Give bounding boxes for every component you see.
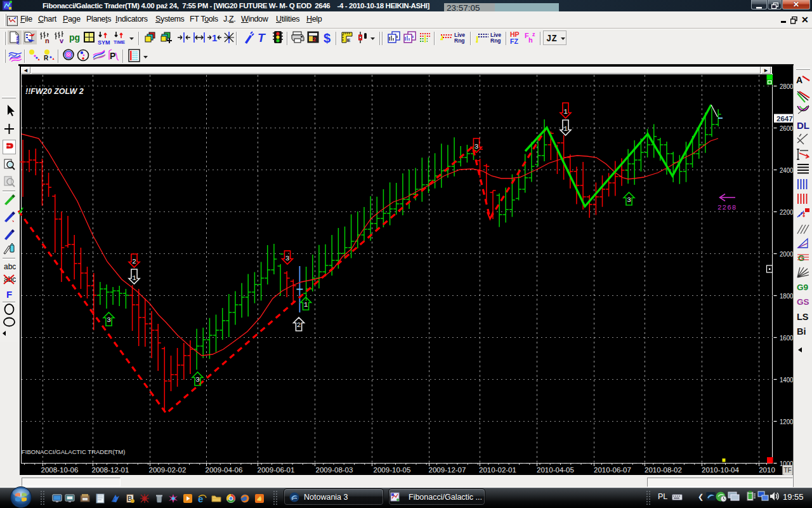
svg-text:1: 1 [304,301,308,309]
svg-text:2010-08-02: 2010-08-02 [645,466,682,474]
svg-text:2010-10-04: 2010-10-04 [702,466,739,474]
svg-text:1: 1 [563,108,568,116]
svg-text:2600: 2600 [780,124,794,132]
svg-text:1: 1 [132,274,136,282]
svg-text:3: 3 [285,255,290,262]
svg-text:2: 2 [132,258,136,265]
svg-text:3: 3 [627,196,631,204]
svg-text:2800: 2800 [780,83,794,90]
svg-text:2009-08-03: 2009-08-03 [316,466,353,474]
svg-text:3: 3 [475,143,479,150]
svg-text:GS: GS [797,297,809,307]
svg-text:2009-10-05: 2009-10-05 [374,466,411,474]
svg-text:2009-04-06: 2009-04-06 [206,466,243,474]
svg-text:1800: 1800 [780,292,794,300]
svg-text:2000: 2000 [780,250,794,258]
svg-text:2: 2 [297,321,301,329]
svg-text:2200: 2200 [780,208,794,216]
svg-text:2009-02-02: 2009-02-02 [149,466,187,474]
svg-text:2008-10-06: 2008-10-06 [41,466,79,474]
svg-text:3: 3 [195,376,200,384]
svg-text:!!FW20 ZOLW 2: !!FW20 ZOLW 2 [25,87,84,96]
svg-text:2010-04-05: 2010-04-05 [537,466,574,474]
svg-text:A: A [796,75,802,85]
svg-text:1600: 1600 [780,334,794,342]
svg-text:2008-12-01: 2008-12-01 [92,466,129,474]
svg-text:1400: 1400 [780,376,794,384]
svg-text:2010-06-07: 2010-06-07 [594,466,631,474]
svg-text:3: 3 [107,316,111,324]
svg-text:2010: 2010 [759,466,775,474]
svg-text:2268: 2268 [717,204,737,211]
svg-text:G9: G9 [797,283,808,292]
svg-text:2009-12-07: 2009-12-07 [429,466,466,474]
svg-text:FIBONACCI/GALACTIC TRADER(TM): FIBONACCI/GALACTIC TRADER(TM) [22,448,125,455]
svg-text:1: 1 [563,125,568,133]
svg-text:TF: TF [783,467,791,474]
svg-text:1200: 1200 [780,418,794,425]
svg-text:2009-06-01: 2009-06-01 [258,466,295,474]
svg-text:DL: DL [797,120,809,131]
svg-text:LS: LS [797,312,809,322]
svg-text:2647: 2647 [776,115,793,123]
svg-text:2010-02-01: 2010-02-01 [479,466,516,474]
svg-text:2400: 2400 [780,166,794,174]
svg-text:Bi: Bi [797,326,806,337]
